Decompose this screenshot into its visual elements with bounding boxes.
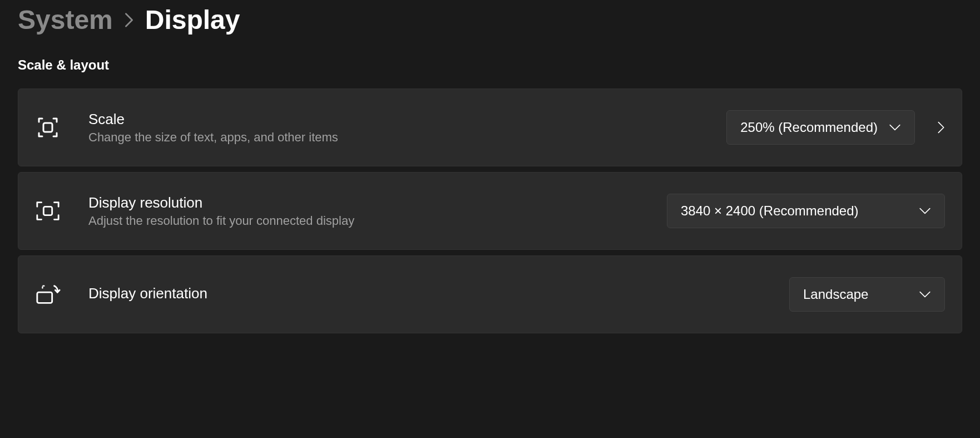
section-header: Scale & layout (18, 57, 962, 73)
svg-rect-1 (43, 206, 52, 215)
scale-title: Scale (88, 111, 726, 128)
scale-description: Change the size of text, apps, and other… (88, 130, 726, 145)
chevron-down-icon (889, 124, 901, 131)
breadcrumb-parent[interactable]: System (18, 4, 113, 35)
resolution-dropdown-value: 3840 × 2400 (Recommended) (681, 203, 859, 219)
orientation-dropdown[interactable]: Landscape (789, 277, 945, 312)
orientation-dropdown-value: Landscape (803, 287, 868, 302)
scale-dropdown-value: 250% (Recommended) (740, 120, 878, 135)
scale-text: Scale Change the size of text, apps, and… (88, 111, 726, 145)
svg-rect-2 (37, 292, 52, 303)
svg-rect-0 (43, 123, 52, 132)
orientation-setting-row[interactable]: Display orientation Landscape (18, 255, 962, 333)
chevron-right-icon (124, 12, 134, 28)
resolution-description: Adjust the resolution to fit your connec… (88, 214, 667, 228)
resolution-text: Display resolution Adjust the resolution… (88, 194, 667, 228)
orientation-title: Display orientation (88, 285, 789, 302)
breadcrumb-current: Display (145, 4, 240, 35)
resolution-dropdown[interactable]: 3840 × 2400 (Recommended) (667, 194, 945, 228)
scale-dropdown[interactable]: 250% (Recommended) (726, 110, 915, 145)
scale-icon (35, 115, 61, 140)
resolution-setting-row[interactable]: Display resolution Adjust the resolution… (18, 172, 962, 250)
breadcrumb: System Display (18, 0, 962, 57)
resolution-title: Display resolution (88, 194, 667, 211)
orientation-text: Display orientation (88, 285, 789, 304)
chevron-down-icon (919, 291, 931, 298)
chevron-right-icon[interactable] (937, 121, 945, 134)
scale-setting-row[interactable]: Scale Change the size of text, apps, and… (18, 88, 962, 166)
orientation-icon (35, 282, 61, 307)
chevron-down-icon (919, 207, 931, 215)
resolution-icon (35, 198, 61, 224)
